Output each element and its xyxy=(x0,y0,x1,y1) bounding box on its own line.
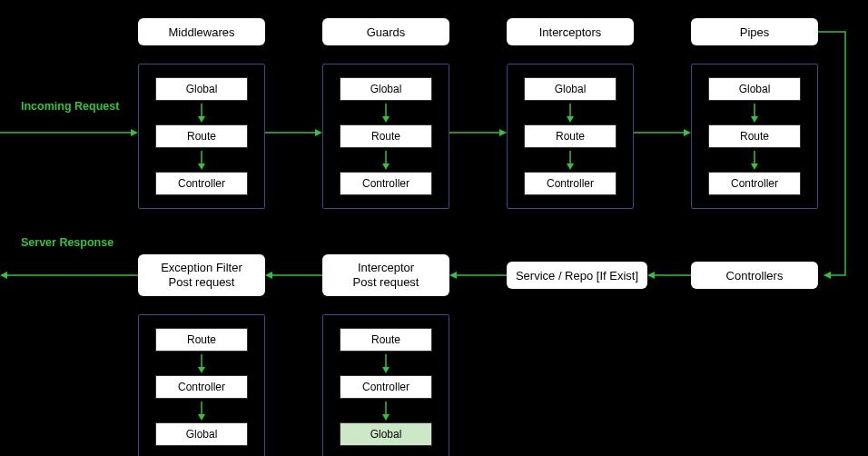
header-pipes: Pipes xyxy=(691,18,818,45)
arrow-down-icon xyxy=(524,148,616,172)
svg-marker-19 xyxy=(751,164,758,170)
stage-pipes: Pipes xyxy=(691,18,818,45)
arrow-down-icon xyxy=(524,101,616,124)
header-guards: Guards xyxy=(322,18,449,45)
arrow-down-icon xyxy=(340,101,432,124)
svg-marker-13 xyxy=(567,116,574,123)
pipes-route: Route xyxy=(708,124,801,148)
arrow-down-icon xyxy=(708,148,801,172)
svg-marker-11 xyxy=(382,164,390,170)
middlewares-controller: Controller xyxy=(155,172,248,195)
server-response-label: Server Response xyxy=(21,236,113,249)
header-interceptor-post-l2: Post request xyxy=(353,275,419,290)
arrow-down-icon xyxy=(155,352,248,375)
svg-marker-5 xyxy=(198,116,205,123)
arrow-middlewares-to-guards xyxy=(265,124,322,142)
arrow-down-icon xyxy=(155,148,248,172)
svg-marker-23 xyxy=(499,129,507,136)
arrow-interceptors-to-pipes xyxy=(634,124,691,142)
header-interceptor-post: Interceptor Post request xyxy=(322,254,449,296)
svg-marker-25 xyxy=(684,129,691,136)
interceptors-controller: Controller xyxy=(524,172,616,195)
arrow-down-icon xyxy=(340,148,432,172)
header-middlewares: Middlewares xyxy=(138,18,265,45)
group-interceptors: Global Route Controller xyxy=(507,64,634,209)
exception-filter-global: Global xyxy=(155,422,248,446)
header-service-repo: Service / Repo [If Exist] xyxy=(507,262,647,289)
svg-marker-40 xyxy=(265,272,272,279)
header-exception-filter: Exception Filter Post request xyxy=(138,254,265,296)
arrow-guards-to-interceptors xyxy=(449,124,507,142)
svg-marker-15 xyxy=(567,164,574,170)
middlewares-global: Global xyxy=(155,77,248,101)
pipes-global: Global xyxy=(708,77,801,101)
stage-exception-filter: Exception Filter Post request xyxy=(138,254,265,296)
interceptors-global: Global xyxy=(524,77,616,101)
stage-guards: Guards xyxy=(322,18,449,45)
header-exception-filter-l2: Post request xyxy=(169,275,235,290)
arrow-service-to-interceptor-post xyxy=(449,266,507,284)
svg-marker-34 xyxy=(198,414,205,421)
incoming-request-label: Incoming Request xyxy=(21,100,119,113)
arrow-down-icon xyxy=(708,101,801,124)
guards-global: Global xyxy=(340,77,432,101)
stage-service-repo: Service / Repo [If Exist] xyxy=(507,262,647,289)
arrow-down-icon xyxy=(155,399,248,422)
arrow-controllers-to-service xyxy=(647,266,691,284)
header-controllers: Controllers xyxy=(691,262,818,289)
group-guards: Global Route Controller xyxy=(322,64,449,209)
guards-controller: Controller xyxy=(340,172,432,195)
arrow-pipes-to-controllers xyxy=(818,25,868,289)
exception-filter-controller: Controller xyxy=(155,375,248,399)
stage-middlewares: Middlewares xyxy=(138,18,265,45)
svg-marker-32 xyxy=(198,367,205,373)
svg-marker-26 xyxy=(824,272,831,279)
svg-marker-1 xyxy=(131,129,138,136)
group-interceptor-post: Route Controller Global xyxy=(322,314,449,456)
arrow-incoming xyxy=(0,124,138,142)
group-middlewares: Global Route Controller xyxy=(138,64,265,209)
header-exception-filter-l1: Exception Filter xyxy=(161,261,242,275)
interceptor-post-controller: Controller xyxy=(340,375,432,399)
arrow-down-icon xyxy=(155,101,248,124)
interceptor-post-route: Route xyxy=(340,328,432,352)
guards-route: Route xyxy=(340,124,432,148)
stage-controllers: Controllers xyxy=(691,262,818,289)
arrow-response-out xyxy=(0,266,138,284)
stage-interceptors: Interceptors xyxy=(507,18,634,45)
arrow-down-icon xyxy=(340,399,432,422)
arrow-interceptor-post-to-exception xyxy=(265,266,322,284)
svg-marker-36 xyxy=(647,272,655,279)
svg-marker-28 xyxy=(382,367,390,373)
header-interceptors: Interceptors xyxy=(507,18,634,45)
svg-marker-9 xyxy=(382,116,390,123)
exception-filter-route: Route xyxy=(155,328,248,352)
svg-marker-3 xyxy=(0,272,7,279)
stage-interceptor-post: Interceptor Post request xyxy=(322,254,449,296)
svg-marker-17 xyxy=(751,116,758,123)
group-pipes: Global Route Controller xyxy=(691,64,818,209)
svg-marker-7 xyxy=(198,164,205,170)
header-interceptor-post-l1: Interceptor xyxy=(358,261,414,275)
svg-marker-38 xyxy=(449,272,457,279)
arrow-down-icon xyxy=(340,352,432,375)
pipes-controller: Controller xyxy=(708,172,801,195)
group-exception-filter: Route Controller Global xyxy=(138,314,265,456)
interceptor-post-global: Global xyxy=(340,422,432,446)
interceptors-route: Route xyxy=(524,124,616,148)
svg-marker-30 xyxy=(382,414,390,421)
svg-marker-21 xyxy=(315,129,322,136)
middlewares-route: Route xyxy=(155,124,248,148)
